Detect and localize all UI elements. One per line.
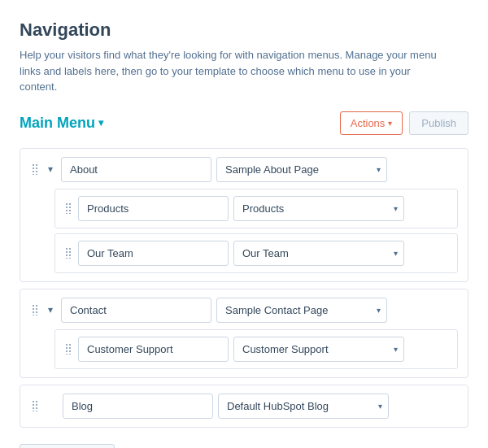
blog-link-wrapper: Default HubSpot Blog ▾ xyxy=(218,394,389,419)
nav-item-products-row: Products ▾ xyxy=(63,196,449,221)
nav-item-about-row: ▾ Sample About Page ▾ xyxy=(30,157,458,182)
contact-link-select[interactable]: Sample Contact Page xyxy=(216,298,387,323)
blog-label-input[interactable] xyxy=(63,394,213,419)
drag-dots-icon xyxy=(32,163,38,175)
nav-item-blog-row: Default HubSpot Blog ▾ xyxy=(30,394,458,419)
drag-dots-icon xyxy=(65,343,72,354)
menu-header: Main Menu ▾ Actions ▾ Publish xyxy=(20,111,468,135)
about-label-input[interactable] xyxy=(61,157,211,182)
drag-dots-icon xyxy=(32,304,38,315)
drag-handle-contact[interactable] xyxy=(30,302,40,317)
actions-chevron-icon: ▾ xyxy=(388,119,392,128)
publish-button[interactable]: Publish xyxy=(409,111,468,135)
our-team-link-select[interactable]: Our Team xyxy=(233,241,404,266)
page-title: Navigation xyxy=(20,20,468,41)
actions-button[interactable]: Actions ▾ xyxy=(340,111,403,135)
drag-dots-icon xyxy=(65,202,72,214)
contact-link-wrapper: Sample Contact Page ▾ xyxy=(216,298,387,323)
blog-link-select[interactable]: Default HubSpot Blog xyxy=(218,394,389,419)
drag-handle-blog[interactable] xyxy=(30,398,40,413)
drag-handle-our-team[interactable] xyxy=(63,246,73,260)
drag-dots-icon xyxy=(65,247,72,259)
contact-label-input[interactable] xyxy=(61,298,211,323)
drag-handle-about[interactable] xyxy=(30,162,40,176)
menu-title[interactable]: Main Menu ▾ xyxy=(20,115,103,132)
nav-item-contact: ▾ Sample Contact Page ▾ Customer Support xyxy=(20,289,468,378)
expand-about-button[interactable]: ▾ xyxy=(45,162,56,176)
about-link-select[interactable]: Sample About Page xyxy=(216,157,387,182)
customer-support-link-wrapper: Customer Support ▾ xyxy=(233,337,404,362)
nav-item-our-team-row: Our Team ▾ xyxy=(63,241,449,266)
header-actions: Actions ▾ Publish xyxy=(340,111,468,135)
drag-dots-icon xyxy=(32,400,38,411)
drag-handle-products[interactable] xyxy=(63,201,73,215)
nav-items-container: ▾ Sample About Page ▾ Products xyxy=(20,148,468,428)
menu-name-label: Main Menu xyxy=(20,115,95,132)
products-link-select[interactable]: Products xyxy=(233,196,404,221)
expand-contact-button[interactable]: ▾ xyxy=(45,302,56,317)
products-label-input[interactable] xyxy=(78,196,229,221)
menu-title-chevron-icon: ▾ xyxy=(98,117,103,128)
add-menu-item-button[interactable]: Add menu item xyxy=(20,444,115,449)
our-team-label-input[interactable] xyxy=(78,241,229,266)
expand-about-icon: ▾ xyxy=(48,163,53,175)
customer-support-label-input[interactable] xyxy=(78,337,229,362)
expand-contact-icon: ▾ xyxy=(48,304,53,315)
customer-support-link-select[interactable]: Customer Support xyxy=(233,337,404,362)
nav-item-products: Products ▾ xyxy=(54,189,458,228)
about-link-wrapper: Sample About Page ▾ xyxy=(216,157,387,182)
nav-item-blog: Default HubSpot Blog ▾ xyxy=(20,385,468,428)
nav-item-customer-support-row: Customer Support ▾ xyxy=(63,337,449,362)
page-subtitle: Help your visitors find what they're loo… xyxy=(20,47,442,95)
nav-item-about: ▾ Sample About Page ▾ Products xyxy=(20,148,468,282)
drag-handle-customer-support[interactable] xyxy=(63,341,73,356)
nav-item-our-team: Our Team ▾ xyxy=(54,233,458,273)
nav-item-customer-support: Customer Support ▾ xyxy=(54,329,458,369)
our-team-link-wrapper: Our Team ▾ xyxy=(233,241,404,266)
nav-item-contact-row: ▾ Sample Contact Page ▾ xyxy=(30,298,458,323)
products-link-wrapper: Products ▾ xyxy=(233,196,404,221)
